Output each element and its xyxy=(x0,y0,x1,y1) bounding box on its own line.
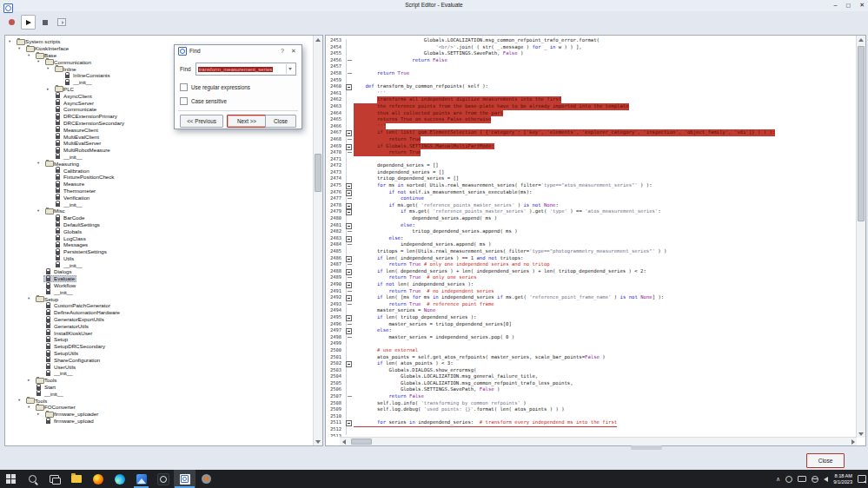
tree-item-InstallKioskUser[interactable]: InstallKioskUser xyxy=(6,329,312,336)
tree-item-body[interactable]: Inline xyxy=(53,65,78,72)
code-horizontal-scrollbar[interactable] xyxy=(340,437,857,445)
code-hscrollbar-thumb[interactable] xyxy=(351,439,372,445)
tree-item-body[interactable]: __init__ xyxy=(63,79,94,86)
tree-item-PersistentSettings[interactable]: PersistentSettings xyxy=(6,248,312,255)
fold-marker[interactable] xyxy=(343,202,354,209)
fold-marker[interactable] xyxy=(343,143,354,150)
fold-marker[interactable] xyxy=(343,294,354,301)
tree-item-body[interactable]: AsyncServer xyxy=(53,99,96,106)
tree-item-LogClass[interactable]: LogClass xyxy=(6,234,312,241)
fold-marker[interactable] xyxy=(343,235,354,242)
tree-item-body[interactable]: Communication xyxy=(43,58,93,65)
tree-item-body[interactable]: MultiRobotMeasure xyxy=(53,147,112,154)
fold-marker[interactable] xyxy=(343,314,354,321)
tree-item-Setup[interactable]: Setup xyxy=(6,336,312,343)
tree-item-body[interactable]: __init__ xyxy=(34,390,65,397)
expander-icon[interactable]: ▸ xyxy=(28,377,34,384)
notifications-icon[interactable] xyxy=(858,475,866,483)
expander-icon[interactable]: ▾ xyxy=(18,397,24,404)
fold-marker[interactable] xyxy=(343,419,354,426)
fold-marker[interactable] xyxy=(343,182,354,189)
fold-marker[interactable] xyxy=(343,268,354,275)
tree-item-body[interactable]: Globals xyxy=(53,228,83,234)
tree-item-body[interactable]: UserUtils xyxy=(43,363,77,370)
splitter-grip[interactable] xyxy=(631,445,662,450)
tree-item-FOConverter[interactable]: ▾FOConverter xyxy=(6,404,312,411)
tree-item-body[interactable]: Setup xyxy=(43,336,70,343)
tree-item-CustomPatchGenerator[interactable]: CustomPatchGenerator xyxy=(6,302,312,309)
close-dialog-icon[interactable]: ✕ xyxy=(289,48,298,55)
clock[interactable]: 8:18 AM 9/1/2023 xyxy=(833,473,852,485)
tree-item-body[interactable]: AsyncClient xyxy=(53,92,94,99)
expander-icon[interactable]: ▸ xyxy=(47,86,53,93)
tree-item-Workflow[interactable]: Workflow xyxy=(6,282,312,289)
tree-item-Thermometer[interactable]: Thermometer xyxy=(6,188,312,195)
tree-item-body[interactable]: DefaultSettings xyxy=(53,221,102,228)
tree-item-MultiEvalServer[interactable]: MultiEvalServer xyxy=(6,140,312,147)
tree-item-body[interactable]: Tools xyxy=(34,377,58,384)
close-find-button[interactable]: Close xyxy=(265,115,296,128)
tree-item-body[interactable]: PersistentSettings xyxy=(53,248,109,255)
tree-item-body[interactable]: Base xyxy=(34,52,58,59)
tree-item-Start[interactable]: Start xyxy=(6,384,312,391)
fold-marker[interactable] xyxy=(343,189,354,196)
help-icon[interactable]: ? xyxy=(278,48,287,54)
tree-item-body[interactable]: Communicate xyxy=(53,106,98,113)
tree-item-body[interactable]: __init__ xyxy=(43,370,75,377)
tray-expand-icon[interactable]: ∧ xyxy=(776,476,780,483)
scroll-right-arrow[interactable] xyxy=(849,438,857,445)
tree-item-body[interactable]: __init__ xyxy=(53,261,84,268)
tree-item-__init__[interactable]: __init__ xyxy=(6,390,312,397)
tree-item-Verification[interactable]: Verification xyxy=(6,194,312,201)
expander-icon[interactable]: ▾ xyxy=(37,58,43,65)
tree-item-MultiRobotMeasure[interactable]: MultiRobotMeasure xyxy=(6,147,312,154)
taskbar-task-view-icon[interactable] xyxy=(43,470,65,488)
record-button[interactable] xyxy=(4,15,19,30)
tree-item-Dialogs[interactable]: Dialogs xyxy=(6,268,312,275)
tree-vertical-scrollbar[interactable] xyxy=(313,36,322,445)
tree-item-Calibration[interactable]: Calibration xyxy=(6,167,312,174)
combo-dropdown-button[interactable] xyxy=(286,64,295,74)
tree-item-BarCode[interactable]: BarCode xyxy=(6,214,312,221)
scroll-up-arrow[interactable] xyxy=(857,36,865,43)
tree-item-GeneratorExportUtils[interactable]: GeneratorExportUtils xyxy=(6,316,312,323)
tree-item-body[interactable]: Misc xyxy=(43,208,67,214)
stop-button[interactable] xyxy=(37,15,52,30)
step-button[interactable] xyxy=(54,15,69,30)
taskbar-file-explorer-icon[interactable] xyxy=(65,470,87,488)
expander-icon[interactable]: ▾ xyxy=(9,38,15,45)
tree-item-ShareConfiguration[interactable]: ShareConfiguration xyxy=(6,356,312,363)
tree-item-SetupDRCSecondary[interactable]: SetupDRCSecondary xyxy=(6,343,312,350)
tree-item-body[interactable]: GeneratorExportUtils xyxy=(43,316,106,323)
fold-marker[interactable] xyxy=(343,281,354,288)
tree-item-body[interactable]: __init__ xyxy=(53,154,84,161)
tree-item-body[interactable]: Messages xyxy=(53,241,89,248)
tree-item-body[interactable]: ShareConfiguration xyxy=(43,356,102,363)
tree-item-Setup[interactable]: ▾Setup xyxy=(6,295,312,302)
tree-item-Messages[interactable]: Messages xyxy=(6,241,312,248)
tree-item-__init__[interactable]: __init__ xyxy=(6,288,312,295)
tree-item-body[interactable]: System scripts xyxy=(15,38,62,45)
network-icon[interactable] xyxy=(812,476,818,483)
fold-marker[interactable] xyxy=(343,222,354,229)
tree-item-body[interactable]: firmware_uploader xyxy=(43,411,100,418)
tree-item-body[interactable]: Measure xyxy=(53,181,86,188)
fold-marker[interactable] xyxy=(343,360,354,367)
scroll-down-arrow[interactable] xyxy=(857,430,865,438)
expander-icon[interactable]: ▾ xyxy=(37,160,43,167)
tree-item-__init__[interactable]: __init__ xyxy=(6,261,312,268)
tree-item-body[interactable]: __init__ xyxy=(43,288,75,295)
scroll-up-arrow[interactable] xyxy=(314,36,322,43)
taskbar-start-icon[interactable] xyxy=(0,470,22,488)
tree-item-body[interactable]: MultiEvalServer xyxy=(53,140,103,147)
fold-marker[interactable] xyxy=(343,255,354,262)
tree-item-Tools[interactable]: ▸Tools xyxy=(6,377,312,384)
tree-item-UserUtils[interactable]: UserUtils xyxy=(6,363,312,370)
case-sensitive-checkbox-row[interactable]: Case sensitive xyxy=(180,97,227,105)
tree-item-Utils[interactable]: Utils xyxy=(6,255,312,262)
tree-item-firmware_uploader[interactable]: ▸firmware_uploader xyxy=(6,411,312,418)
taskbar-photos-icon[interactable] xyxy=(130,470,152,488)
tree-item-__init__[interactable]: __init__ xyxy=(6,201,312,208)
tree-item-SetupUtils[interactable]: SetupUtils xyxy=(6,350,312,357)
tree-item-GeneratorUtils[interactable]: GeneratorUtils xyxy=(6,322,312,329)
